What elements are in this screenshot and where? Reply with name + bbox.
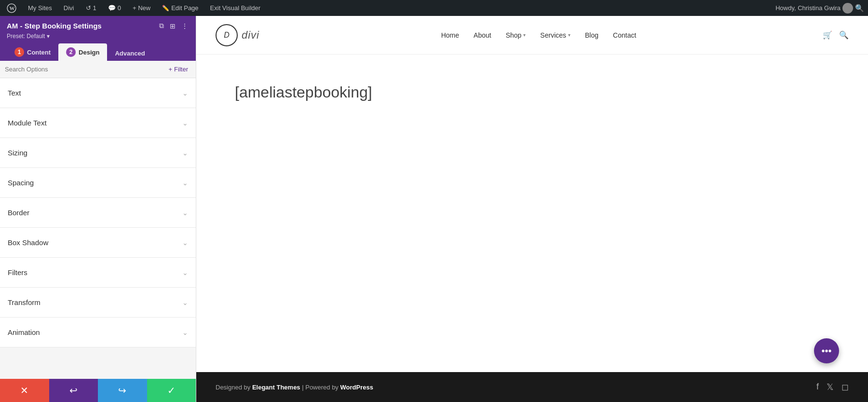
sidebar-title: AM - Step Booking Settings <box>7 22 102 30</box>
footer-icons: f 𝕏 ◻ <box>816 382 849 392</box>
preview-area: D divi Home About Shop ▾ Services ▾ <box>196 16 868 402</box>
my-sites-btn[interactable]: My Sites <box>25 0 55 16</box>
option-label: Transform <box>8 298 41 306</box>
instagram-icon[interactable]: ◻ <box>841 382 849 392</box>
my-sites-label: My Sites <box>28 4 52 12</box>
svg-text:W: W <box>10 5 15 11</box>
option-label: Box Shadow <box>8 238 48 247</box>
site-footer: Designed by Elegant Themes | Powered by … <box>196 372 868 402</box>
option-row[interactable]: Animation ⌄ <box>0 318 196 347</box>
services-chevron-icon: ▾ <box>568 32 570 38</box>
chevron-down-icon: ⌄ <box>182 299 188 306</box>
divi-label: Divi <box>64 4 74 12</box>
chevron-down-icon: ⌄ <box>182 209 188 217</box>
search-input[interactable] <box>5 66 166 73</box>
tab-content[interactable]: 1 Content <box>7 43 58 61</box>
collapse-icon[interactable]: ⧉ <box>158 21 165 31</box>
sidebar-title-row: AM - Step Booking Settings ⧉ ⊞ ⋮ <box>7 21 189 31</box>
sidebar-panel: AM - Step Booking Settings ⧉ ⊞ ⋮ Preset:… <box>0 16 196 402</box>
divi-btn[interactable]: Divi <box>61 0 77 16</box>
menu-item-blog[interactable]: Blog <box>585 31 598 39</box>
menu-item-home[interactable]: Home <box>441 31 459 39</box>
menu-home-label: Home <box>441 31 459 39</box>
preset-label: Preset: Default <box>7 33 45 40</box>
fab-button[interactable]: ••• <box>814 338 839 363</box>
sidebar-title-icons: ⧉ ⊞ ⋮ <box>158 21 189 31</box>
tab-advanced[interactable]: Advanced <box>107 46 152 61</box>
filter-icon: + <box>169 66 173 73</box>
main-layout: AM - Step Booking Settings ⧉ ⊞ ⋮ Preset:… <box>0 16 868 402</box>
option-row[interactable]: Spacing ⌄ <box>0 168 196 198</box>
menu-contact-label: Contact <box>613 31 636 39</box>
menu-services-label: Services <box>540 31 566 39</box>
comments-btn[interactable]: 💬 0 <box>105 0 124 16</box>
save-button[interactable]: ✓ <box>147 379 196 402</box>
search-row: + Filter <box>0 61 196 78</box>
menu-shop-label: Shop <box>506 31 522 39</box>
menu-item-shop[interactable]: Shop ▾ <box>506 31 526 39</box>
footer-elegant-themes[interactable]: Elegant Themes <box>252 384 300 391</box>
redo-button[interactable]: ↪ <box>98 379 147 402</box>
footer-designed-by: Designed by <box>216 384 252 391</box>
option-row[interactable]: Filters ⌄ <box>0 258 196 288</box>
logo-circle: D <box>216 24 238 46</box>
filter-btn[interactable]: + Filter <box>166 65 191 74</box>
preset-chevron: ▾ <box>47 33 50 40</box>
admin-search-icon[interactable]: 🔍 <box>855 4 864 13</box>
chevron-down-icon: ⌄ <box>182 89 188 97</box>
option-row[interactable]: Text ⌄ <box>0 78 196 108</box>
menu-item-contact[interactable]: Contact <box>613 31 636 39</box>
shop-chevron-icon: ▾ <box>523 32 526 38</box>
tab-number-2: 2 <box>66 47 76 57</box>
twitter-icon[interactable]: 𝕏 <box>827 382 834 392</box>
facebook-icon[interactable]: f <box>816 382 819 392</box>
option-row[interactable]: Border ⌄ <box>0 198 196 228</box>
logo-letter: D <box>224 31 230 40</box>
new-label: + New <box>133 4 150 12</box>
menu-item-about[interactable]: About <box>474 31 491 39</box>
revisions-btn[interactable]: ↺ 1 <box>83 0 99 16</box>
user-label: Howdy, Christina Gwira <box>775 4 841 12</box>
option-label: Animation <box>8 328 40 336</box>
comments-count: 0 <box>118 4 121 12</box>
chevron-down-icon: ⌄ <box>182 119 188 127</box>
exit-builder-btn[interactable]: Exit Visual Builder <box>207 0 264 16</box>
chevron-down-icon: ⌄ <box>182 329 188 336</box>
search-icon[interactable]: 🔍 <box>839 30 849 40</box>
menu-icons: 🛒 🔍 <box>823 30 849 40</box>
option-label: Spacing <box>8 179 34 187</box>
tab-design-label: Design <box>79 49 99 56</box>
user-avatar[interactable] <box>842 3 853 14</box>
undo-button[interactable]: ↩ <box>49 379 98 402</box>
option-row[interactable]: Module Text ⌄ <box>0 108 196 138</box>
menu-about-label: About <box>474 31 491 39</box>
page-main: [ameliastepbooking] <box>196 55 868 372</box>
cancel-button[interactable]: ✕ <box>0 379 49 402</box>
option-label: Sizing <box>8 149 27 157</box>
bottom-toolbar: ✕ ↩ ↪ ✓ <box>0 379 196 402</box>
option-label: Text <box>8 89 21 97</box>
new-btn[interactable]: + New <box>130 0 153 16</box>
logo-text: divi <box>242 29 259 42</box>
site-nav: D divi Home About Shop ▾ Services ▾ <box>196 16 868 55</box>
edit-page-btn[interactable]: ✏️ Edit Page <box>159 0 201 16</box>
sidebar-header: AM - Step Booking Settings ⧉ ⊞ ⋮ Preset:… <box>0 16 196 61</box>
menu-blog-label: Blog <box>585 31 598 39</box>
admin-user-area: Howdy, Christina Gwira 🔍 <box>775 3 864 14</box>
footer-text: Designed by Elegant Themes | Powered by … <box>216 384 373 391</box>
option-row[interactable]: Sizing ⌄ <box>0 138 196 168</box>
tab-advanced-label: Advanced <box>115 50 145 57</box>
chevron-down-icon: ⌄ <box>182 239 188 247</box>
cart-icon[interactable]: 🛒 <box>823 30 832 40</box>
page-content: [ameliastepbooking] Designed by Elegant … <box>196 55 868 402</box>
layout-icon[interactable]: ⊞ <box>169 21 176 31</box>
option-row[interactable]: Box Shadow ⌄ <box>0 228 196 258</box>
options-list: Text ⌄ Module Text ⌄ Sizing ⌄ Spacing ⌄ … <box>0 78 196 379</box>
option-row[interactable]: Transform ⌄ <box>0 288 196 318</box>
more-icon[interactable]: ⋮ <box>180 21 189 31</box>
preset-row[interactable]: Preset: Default ▾ <box>7 33 189 40</box>
wp-logo-btn[interactable]: W <box>4 0 19 16</box>
tab-design[interactable]: 2 Design <box>58 43 107 61</box>
footer-wordpress[interactable]: WordPress <box>340 384 373 391</box>
menu-item-services[interactable]: Services ▾ <box>540 31 570 39</box>
